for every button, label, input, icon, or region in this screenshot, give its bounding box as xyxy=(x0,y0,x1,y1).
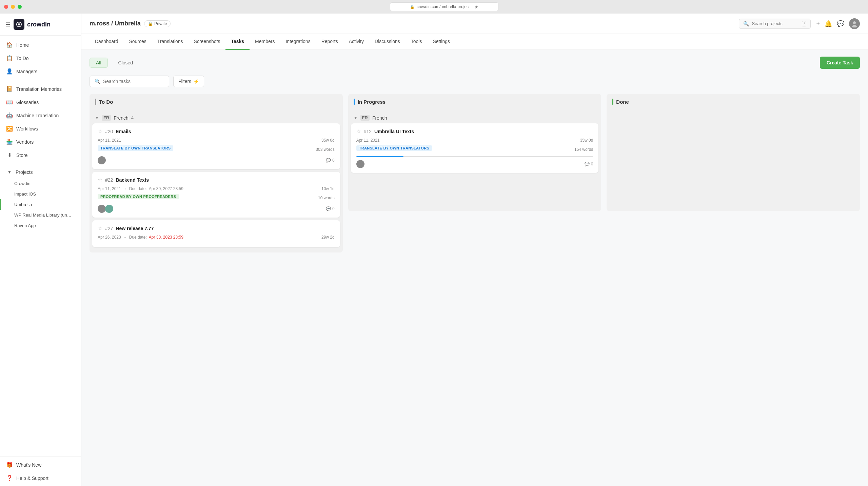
collapse-icon: ▼ xyxy=(95,116,99,120)
lang-group-header-progress[interactable]: ▼ FR French xyxy=(351,112,599,123)
sidebar-project-impact-ios[interactable]: Impact iOS xyxy=(0,189,81,199)
col-header-in-progress: In Progress xyxy=(348,94,601,109)
task-star-backend[interactable]: ☆ xyxy=(98,177,102,183)
project-impact-ios-label: Impact iOS xyxy=(14,191,36,197)
tab-integrations[interactable]: Integrations xyxy=(280,34,316,50)
project-raven-label: Raven App xyxy=(14,223,36,228)
tab-reports[interactable]: Reports xyxy=(316,34,343,50)
sidebar-item-workflows-label: Workflows xyxy=(16,126,38,131)
tab-screenshots[interactable]: Screenshots xyxy=(189,34,226,50)
sidebar-item-managers[interactable]: 👤 Managers xyxy=(0,65,81,78)
task-footer-emails: 💬 0 xyxy=(98,156,335,164)
sidebar-project-raven-app[interactable]: Raven App xyxy=(0,220,81,231)
sidebar-item-workflows[interactable]: 🔀 Workflows xyxy=(0,122,81,135)
store-icon: ⬇ xyxy=(6,152,13,158)
svg-point-6 xyxy=(100,206,103,209)
arrow-icon-backend: → xyxy=(123,186,127,191)
sidebar-item-machine-translation[interactable]: 🤖 Machine Translation xyxy=(0,109,81,122)
tab-settings[interactable]: Settings xyxy=(427,34,455,50)
task-number-ui: #12 xyxy=(364,129,372,134)
add-icon[interactable]: + xyxy=(816,20,820,27)
todo-icon: 📋 xyxy=(6,55,13,61)
type-count-backend: PROOFREAD BY OWN PROOFREADERS 10 words xyxy=(98,194,335,202)
workflows-icon: 🔀 xyxy=(6,125,13,132)
sidebar-item-managers-label: Managers xyxy=(16,69,37,74)
task-comments-backend: 💬 0 xyxy=(326,206,335,211)
task-card-header-backend: ☆ #22 Backend Texts xyxy=(98,177,335,183)
traffic-light-yellow[interactable] xyxy=(11,5,15,9)
task-card-emails[interactable]: ☆ #20 Emails Apr 11, 2021 35w 0d TRANSLA… xyxy=(92,123,340,169)
filters-label: Filters xyxy=(178,79,191,84)
svg-point-8 xyxy=(108,206,111,209)
header-search-input[interactable] xyxy=(752,21,799,26)
tab-activity[interactable]: Activity xyxy=(343,34,369,50)
tab-members[interactable]: Members xyxy=(250,34,280,50)
sidebar-project-wp-real-media[interactable]: WP Real Media Library (un… xyxy=(0,210,81,220)
projects-section-header[interactable]: ▼ Projects xyxy=(0,166,81,178)
task-words-ui: 154 words xyxy=(574,147,593,152)
sidebar-project-umbrella[interactable]: Umbrella xyxy=(0,199,81,210)
sidebar-item-help-label: Help & Support xyxy=(16,475,48,481)
sidebar-item-glossaries[interactable]: 📖 Glossaries xyxy=(0,96,81,109)
filter-icon: ⚡ xyxy=(193,79,199,84)
sidebar-item-home[interactable]: 🏠 Home xyxy=(0,38,81,52)
task-card-release[interactable]: ☆ #27 New release 7.77 Apr 26, 2023 → Du… xyxy=(92,220,340,247)
arrow-icon-release: → xyxy=(123,235,127,240)
task-star-release[interactable]: ☆ xyxy=(98,225,102,231)
task-assignees-ui xyxy=(356,160,364,168)
task-badge-emails: TRANSLATE BY OWN TRANSLATORS xyxy=(98,145,173,151)
tab-discussions[interactable]: Discussions xyxy=(369,34,406,50)
sidebar: ☰ crowdin 🏠 Home 📋 To Do xyxy=(0,14,81,486)
private-label: Private xyxy=(154,21,167,26)
tab-tools[interactable]: Tools xyxy=(406,34,428,50)
app-header: m.ross / Umbrella 🔒 Private 🔍 / + 🔔 💬 xyxy=(81,14,868,34)
tab-translations[interactable]: Translations xyxy=(152,34,189,50)
task-star-ui[interactable]: ☆ xyxy=(356,128,361,135)
hamburger-menu[interactable]: ☰ xyxy=(5,21,10,28)
task-comments-emails: 💬 0 xyxy=(326,158,335,163)
collapse-icon-progress: ▼ xyxy=(354,116,358,120)
traffic-light-green[interactable] xyxy=(18,5,22,9)
todo-indicator xyxy=(95,99,96,105)
sidebar-item-translation-memories[interactable]: 📔 Translation Memories xyxy=(0,82,81,96)
sidebar-project-crowdin[interactable]: Crowdin xyxy=(0,178,81,189)
header-icons: + 🔔 💬 xyxy=(816,18,860,29)
header-search[interactable]: 🔍 / xyxy=(739,19,811,29)
create-task-button[interactable]: Create Task xyxy=(820,57,860,69)
filters-button[interactable]: Filters ⚡ xyxy=(173,76,204,87)
task-search-input[interactable] xyxy=(103,79,164,84)
task-card-backend[interactable]: ☆ #22 Backend Texts Apr 11, 2021 → Due d… xyxy=(92,172,340,218)
tab-tasks[interactable]: Tasks xyxy=(225,34,250,50)
lang-group-header[interactable]: ▼ FR French 4 xyxy=(92,112,340,123)
sidebar-item-help-support[interactable]: ❓ Help & Support xyxy=(0,471,81,485)
task-progress-bar-ui xyxy=(356,156,404,157)
traffic-light-red[interactable] xyxy=(4,5,8,9)
notifications-icon[interactable]: 🔔 xyxy=(825,20,832,27)
sidebar-item-store[interactable]: ⬇ Store xyxy=(0,148,81,162)
sidebar-item-whats-new-label: What's New xyxy=(16,462,41,468)
svg-point-2 xyxy=(853,21,856,24)
task-badge-ui: TRANSLATE BY OWN TRANSLATORS xyxy=(356,145,432,151)
user-avatar[interactable] xyxy=(849,18,860,29)
address-bar[interactable]: 🔒 crowdin.com/umbrella-project ★ xyxy=(390,2,498,11)
task-badge-backend: PROOFREAD BY OWN PROOFREADERS xyxy=(98,194,179,199)
filter-all[interactable]: All xyxy=(90,58,108,68)
tab-dashboard[interactable]: Dashboard xyxy=(90,34,124,50)
task-card-umbrella-ui[interactable]: ☆ #12 Umbrella UI Texts Apr 11, 2021 35w… xyxy=(351,123,599,173)
task-star-emails[interactable]: ☆ xyxy=(98,128,102,135)
lang-count: 4 xyxy=(131,115,134,120)
translation-memories-icon: 📔 xyxy=(6,86,13,92)
filter-closed[interactable]: Closed xyxy=(112,58,140,68)
task-words-emails: 303 words xyxy=(316,147,334,152)
tab-sources[interactable]: Sources xyxy=(124,34,152,50)
chat-icon[interactable]: 💬 xyxy=(837,20,844,27)
lock-badge-icon: 🔒 xyxy=(148,21,153,26)
task-search[interactable]: 🔍 xyxy=(90,76,169,87)
sidebar-item-whats-new[interactable]: 🎁 What's New xyxy=(0,458,81,471)
sidebar-item-todo[interactable]: 📋 To Do xyxy=(0,52,81,65)
sidebar-item-vendors[interactable]: 🏪 Vendors xyxy=(0,135,81,148)
lang-group-french-todo: ▼ FR French 4 ☆ #20 Emails xyxy=(92,112,340,247)
svg-point-7 xyxy=(100,210,104,212)
project-title: m.ross / Umbrella 🔒 Private xyxy=(90,20,171,27)
bookmark-icon[interactable]: ★ xyxy=(474,4,478,9)
